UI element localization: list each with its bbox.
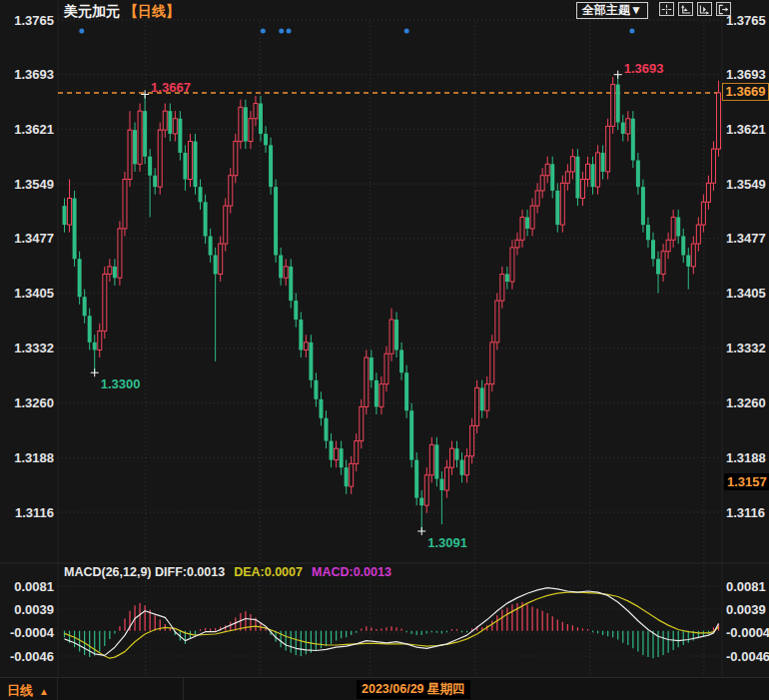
candle-body bbox=[535, 191, 539, 206]
candle-body bbox=[621, 123, 625, 134]
candle-body bbox=[717, 93, 721, 149]
candle-body bbox=[264, 134, 268, 145]
axis-scale-right-icon bbox=[699, 4, 710, 15]
candle-body bbox=[591, 164, 595, 187]
timeframe-arrow-icon: ▲ bbox=[39, 686, 49, 697]
theme-selector-dropdown[interactable]: 全部主题▼ bbox=[576, 2, 648, 19]
candle-body bbox=[360, 406, 364, 440]
candle-body bbox=[495, 301, 499, 343]
candle-body bbox=[234, 142, 238, 176]
candle-body bbox=[439, 479, 443, 490]
candle-body bbox=[199, 187, 203, 202]
axis-tick-label: 1.3549 bbox=[14, 177, 54, 192]
axis-scale-left-button[interactable] bbox=[678, 2, 693, 16]
candle-body bbox=[681, 236, 685, 255]
axis-tick-label: 1.3765 bbox=[14, 13, 54, 28]
axis-tick-label: 1.3405 bbox=[726, 286, 766, 301]
candle-body bbox=[108, 267, 112, 275]
candle-body bbox=[173, 119, 177, 134]
candle-body bbox=[404, 372, 408, 410]
axis-tick-label: 1.3188 bbox=[726, 450, 766, 465]
timeframe-switcher[interactable]: 日线▲ bbox=[7, 682, 49, 700]
candle-body bbox=[565, 172, 569, 183]
candle-body bbox=[340, 448, 344, 467]
candle-body bbox=[148, 157, 152, 176]
timeframe-label: 日线 bbox=[7, 683, 33, 698]
candle-body bbox=[530, 206, 534, 229]
axis-tick-label: 1.3188 bbox=[14, 450, 54, 465]
candle-body bbox=[475, 387, 479, 425]
candle-body bbox=[641, 187, 645, 225]
axis-tick-label: 1.3621 bbox=[726, 122, 766, 137]
candle-body bbox=[350, 463, 354, 486]
candle-body bbox=[485, 384, 489, 411]
candle-body bbox=[394, 320, 398, 350]
candle-body bbox=[153, 176, 157, 187]
candle-body bbox=[449, 448, 453, 467]
candle-body bbox=[429, 444, 433, 474]
bottom-bar-divider bbox=[183, 678, 184, 700]
candle-body bbox=[163, 111, 167, 130]
candle-body bbox=[596, 153, 600, 187]
axis-tick-label: 1.3332 bbox=[14, 341, 54, 355]
candle-body bbox=[586, 164, 590, 179]
axis-tick-label: 0.0081 bbox=[14, 579, 54, 594]
candle-body bbox=[73, 199, 77, 260]
candle-body bbox=[555, 191, 559, 225]
axis-tick-label: 1.3332 bbox=[726, 341, 766, 355]
pan-right-button[interactable] bbox=[716, 2, 731, 16]
symbol-title: 美元加元 bbox=[64, 3, 120, 19]
axis-tick-label: 1.3621 bbox=[14, 122, 54, 137]
axis-tick-label: 1.3405 bbox=[14, 286, 54, 301]
candle-body bbox=[345, 467, 349, 486]
candle-body bbox=[706, 183, 710, 202]
axis-tick-label: 1.3477 bbox=[14, 231, 54, 246]
bottom-bar-divider bbox=[57, 678, 58, 700]
candle-body bbox=[510, 248, 514, 282]
candle-body bbox=[626, 119, 630, 134]
candle-body bbox=[575, 157, 579, 199]
candle-body bbox=[505, 274, 509, 282]
candle-body bbox=[606, 126, 610, 172]
axis-tick-label: 1.3549 bbox=[726, 177, 766, 192]
candle-body bbox=[194, 142, 198, 188]
axis-tick-label: 1.3477 bbox=[726, 231, 766, 246]
candle-body bbox=[259, 104, 263, 134]
candle-body bbox=[375, 380, 379, 407]
high-marker-label: 1.3693 bbox=[624, 61, 664, 76]
candle-body bbox=[118, 229, 122, 278]
macd-indicator-header[interactable]: MACD(26,12,9) DIFF:0.0013DEA:0.0007MACD:… bbox=[64, 565, 391, 579]
axis-tick-label: -0.0004 bbox=[10, 625, 55, 640]
candle-body bbox=[269, 145, 273, 187]
candle-body bbox=[545, 164, 549, 175]
event-dot-icon bbox=[629, 29, 634, 34]
candle-body bbox=[204, 202, 208, 236]
candle-body bbox=[580, 180, 584, 199]
candle-body bbox=[214, 255, 218, 274]
candle-body bbox=[701, 202, 705, 225]
axis-tick-label: 1.3260 bbox=[14, 395, 54, 410]
candle-body bbox=[113, 267, 117, 278]
candle-body bbox=[611, 85, 615, 127]
pan-right-icon bbox=[718, 4, 729, 15]
price-chart-canvas[interactable]: 1.33001.36671.30911.36931.37651.37651.36… bbox=[0, 0, 769, 700]
event-dot-icon bbox=[287, 29, 292, 34]
candle-body bbox=[123, 180, 127, 229]
event-dot-icon bbox=[404, 29, 409, 34]
axis-tick-label: 1.3260 bbox=[726, 395, 766, 410]
candle-body bbox=[540, 176, 544, 191]
axis-scale-right-button[interactable] bbox=[697, 2, 712, 16]
candle-body bbox=[128, 130, 132, 179]
crosshair-price-badge: 1.3157 bbox=[724, 473, 769, 490]
axis-scale-left-icon bbox=[680, 4, 691, 15]
candle-body bbox=[444, 467, 448, 490]
axis-tick-label: -0.0004 bbox=[726, 625, 769, 640]
crosshair-date-badge: 2023/06/29 星期四 bbox=[357, 680, 470, 699]
candle-body bbox=[656, 259, 660, 274]
candle-body bbox=[143, 111, 147, 157]
candle-body bbox=[636, 161, 640, 188]
candle-body bbox=[229, 176, 233, 206]
crosshair-move-button[interactable] bbox=[659, 2, 674, 16]
candle-body bbox=[399, 350, 403, 372]
macd-dea-label: DEA:0.0007 bbox=[234, 565, 303, 579]
